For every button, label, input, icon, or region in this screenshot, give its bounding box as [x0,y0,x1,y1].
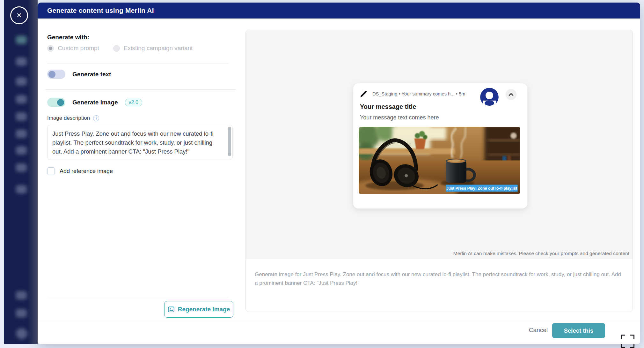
ai-disclaimer: Merlin AI can make mistakes. Please chec… [453,251,629,256]
generate-with-label: Generate with: [47,34,89,41]
notification-text: Your message text comes here [360,114,439,121]
avatar [480,88,499,106]
sidebar-icon[interactable] [16,185,27,193]
sidebar-icon[interactable] [16,57,27,66]
radio-existing-campaign-variant[interactable]: Existing campaign variant [113,45,193,52]
cancel-button[interactable]: Cancel [529,327,548,334]
generate-text-row: Generate text [47,70,111,79]
divider [47,64,229,64]
modal-header: Generate content using Merlin AI [38,3,640,19]
modal-title: Generate content using Merlin AI [47,7,154,14]
image-description-header: Image description i [47,115,99,121]
radio-label: Custom prompt [58,45,99,52]
generate-content-modal: Generate content using Merlin AI Generat… [38,3,640,344]
sidebar-icon[interactable] [16,163,27,172]
sidebar-icon[interactable] [16,77,27,86]
info-icon[interactable]: i [93,115,99,121]
radio-icon[interactable] [47,45,54,52]
sidebar-icon[interactable] [16,95,27,103]
sidebar-icon[interactable] [16,146,27,155]
radio-custom-prompt[interactable]: Custom prompt [47,45,99,52]
preview-canvas: DS_Staging • Your summary comes h... • 5… [246,30,633,259]
sidebar-icon[interactable] [16,291,27,299]
modal-footer: Cancel Select this [38,320,640,344]
notification-meta-text: DS_Staging • Your summary comes h... • 5… [372,91,465,96]
textarea-scrollbar[interactable] [228,127,231,156]
add-reference-image-label: Add reference image [60,168,113,175]
generate-text-label: Generate text [72,71,111,78]
sidebar-icon[interactable] [16,130,27,138]
collapse-notification-button[interactable] [506,89,516,100]
generate-image-row: Generate image v2.0 [47,98,142,107]
banner-cta-text: Just Press Play! Zone out lo-fi playlist [446,186,517,191]
regenerate-image-button[interactable]: Regenerate image [164,301,233,318]
toggle-knob [48,71,55,78]
preview-panel: DS_Staging • Your summary comes h... • 5… [245,30,633,312]
divider [47,297,229,297]
image-description-field-wrap: Just Press Play. Zone out and focus with… [47,125,233,160]
crop-corner-marker [621,335,634,348]
version-badge: v2.0 [125,99,142,106]
notification-title: Your message title [360,103,416,110]
generate-image-toggle[interactable] [47,98,65,107]
sidebar-icon[interactable] [16,112,27,121]
sidebar-icon[interactable] [16,328,27,339]
image-description-input[interactable]: Just Press Play. Zone out and focus with… [47,125,233,160]
regenerate-image-label: Regenerate image [178,306,230,313]
image-description-label: Image description [47,115,90,121]
close-modal-button[interactable]: × [10,6,28,24]
notification-meta-row: DS_Staging • Your summary comes h... • 5… [360,90,465,98]
add-reference-image-checkbox[interactable] [47,167,55,175]
toggle-knob [57,99,64,106]
sidebar-icon[interactable] [16,309,27,317]
radio-label: Existing campaign variant [124,45,193,52]
generate-with-options: Custom prompt Existing campaign variant [47,45,201,52]
select-this-button[interactable]: Select this [552,323,605,338]
image-icon [168,306,175,313]
divider [45,89,236,90]
pencil-icon[interactable] [360,90,368,98]
chevron-up-icon [509,93,514,96]
generated-image[interactable]: Just Press Play! Zone out lo-fi playlist [359,127,520,194]
add-reference-image-row: Add reference image [47,167,113,175]
generate-image-label: Generate image [72,99,118,106]
generate-text-toggle[interactable] [47,70,65,79]
generation-prompt-text: Generate image for Just Press Play. Zone… [255,270,625,287]
radio-icon[interactable] [113,45,120,52]
app-sidebar [4,0,38,344]
sidebar-icon[interactable] [16,36,27,44]
notification-preview-card: DS_Staging • Your summary comes h... • 5… [353,83,527,208]
